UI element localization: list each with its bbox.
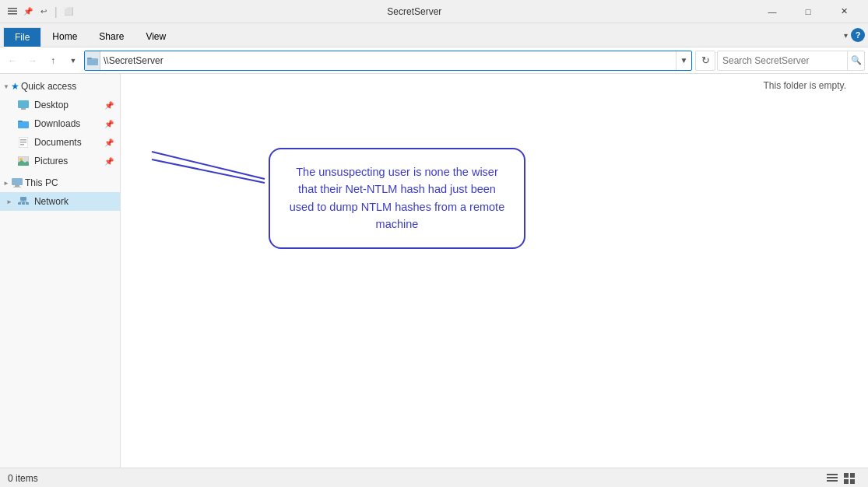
bubble-arrow-svg [136,148,269,210]
network-chevron: ► [6,198,12,205]
address-dropdown-button[interactable]: ▼ [676,51,691,71]
large-icons-view-button[interactable] [842,471,857,486]
svg-rect-4 [87,58,92,59]
close-button[interactable]: ✕ [826,0,862,23]
desktop-label: Desktop [34,100,100,110]
tab-file[interactable]: File [3,27,41,47]
statusbar: 0 items [0,468,868,487]
downloads-icon [17,117,30,130]
svg-rect-10 [20,139,26,141]
sidebar-item-pictures[interactable]: Pictures 📌 [0,152,120,170]
this-pc-group[interactable]: ► This PC [0,173,120,192]
svg-rect-32 [844,479,849,484]
search-button[interactable]: 🔍 [847,51,864,71]
svg-rect-7 [18,121,29,128]
annotation-bubble: The unsuspecting user is none the wiser … [269,148,525,249]
expand-ribbon-icon[interactable]: ▾ [844,31,848,40]
maximize-button[interactable]: □ [790,0,826,23]
status-item-count: 0 items [8,473,824,484]
recent-locations-button[interactable]: ▼ [64,51,83,70]
sidebar: ▼ ★ Quick access Desktop 📌 Downloads 📌 [0,74,121,468]
svg-rect-29 [827,480,838,482]
ribbon-tabs: File Home Share View ▾ ? [0,23,868,47]
svg-line-25 [152,152,265,179]
network-icon [17,195,30,208]
refresh-button[interactable]: ↻ [695,51,715,71]
svg-rect-11 [20,142,26,143]
svg-line-23 [19,201,23,202]
up-button[interactable]: ↑ [44,51,62,70]
pictures-pin-icon: 📌 [104,157,114,166]
svg-rect-15 [12,178,23,185]
svg-rect-16 [15,185,19,187]
svg-rect-3 [87,58,98,65]
annotation-bubble-container: The unsuspecting user is none the wiser … [269,148,525,249]
svg-rect-20 [26,202,29,205]
this-pc-label: This PC [25,177,58,188]
documents-pin-icon: 📌 [104,138,114,147]
titlebar-icons: 📌 ↩ | ⬜ [6,5,75,18]
svg-rect-5 [18,100,29,108]
titlebar: 📌 ↩ | ⬜ SecretServer — □ ✕ [0,0,868,23]
svg-rect-6 [21,108,26,110]
svg-rect-31 [850,473,855,478]
props-icon: ⬜ [62,5,75,18]
pictures-icon [17,155,30,167]
ribbon: File Home Share View ▾ ? [0,23,868,47]
svg-rect-19 [18,202,21,205]
svg-rect-18 [20,197,26,201]
sidebar-item-network[interactable]: ► Network [0,192,120,211]
svg-rect-1 [8,10,17,12]
titlebar-title: SecretServer [79,6,750,17]
empty-folder-text: This folder is empty. [757,74,852,97]
sidebar-item-downloads[interactable]: Downloads 📌 [0,114,120,133]
documents-label: Documents [34,137,100,148]
address-bar[interactable]: ▼ [84,51,692,71]
svg-rect-33 [850,479,855,484]
svg-rect-28 [827,477,838,478]
svg-line-24 [23,201,27,202]
view-toggle-buttons[interactable] [824,471,857,486]
titlebar-controls[interactable]: — □ ✕ [754,0,862,23]
minimize-button[interactable]: — [754,0,790,23]
back-button[interactable]: ← [3,51,22,70]
tab-home[interactable]: Home [41,26,88,47]
svg-rect-17 [13,187,21,187]
quick-access-chevron: ▼ [3,83,9,90]
titlebar-sep: | [54,5,58,18]
svg-rect-0 [8,8,17,9]
this-pc-chevron: ► [3,180,9,187]
content-area: This folder is empty. The unsuspecting u… [121,74,868,468]
addressbar: ← → ↑ ▼ ▼ ↻ 🔍 [0,47,868,74]
sidebar-item-documents[interactable]: Documents 📌 [0,133,120,152]
undo-icon: ↩ [37,5,50,18]
downloads-pin-icon: 📌 [104,120,114,128]
details-view-button[interactable] [824,471,840,486]
main-area: ▼ ★ Quick access Desktop 📌 Downloads 📌 [0,74,868,468]
svg-rect-21 [22,202,25,205]
svg-rect-8 [18,121,23,122]
forward-button[interactable]: → [23,51,42,70]
search-box[interactable]: 🔍 [717,51,865,71]
svg-rect-2 [8,13,17,15]
svg-line-26 [152,159,265,183]
svg-rect-12 [20,144,24,145]
tab-share[interactable]: Share [88,26,135,47]
address-input[interactable] [100,51,676,70]
svg-rect-27 [827,474,838,475]
pictures-label: Pictures [34,156,100,166]
network-label: Network [34,196,114,207]
this-pc-icon [11,177,23,189]
desktop-icon [17,99,30,111]
quick-access-icon: ★ [11,81,19,92]
quick-access-group[interactable]: ▼ ★ Quick access [0,77,120,96]
quick-access-toolbar [6,5,19,18]
sidebar-item-desktop[interactable]: Desktop 📌 [0,96,120,114]
tab-view[interactable]: View [135,26,177,47]
search-input[interactable] [718,51,847,70]
bubble-text: The unsuspecting user is none the wiser … [290,166,504,230]
desktop-pin-icon: 📌 [104,101,114,110]
help-button[interactable]: ? [851,28,865,42]
svg-rect-30 [844,473,849,478]
documents-icon [17,136,30,149]
